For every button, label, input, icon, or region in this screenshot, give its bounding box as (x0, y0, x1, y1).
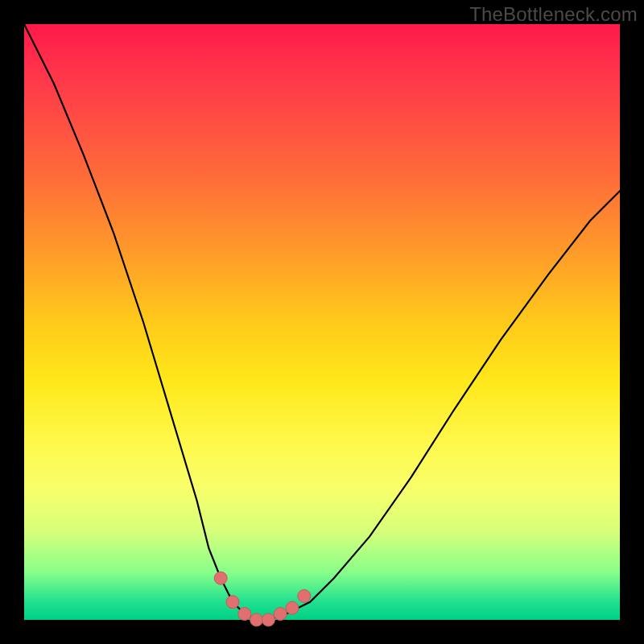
highlight-dots (214, 572, 311, 626)
highlight-dot (214, 572, 227, 584)
curve-layer (24, 24, 620, 620)
watermark-text: TheBottleneck.com (469, 3, 638, 26)
highlight-dot (262, 613, 275, 626)
highlight-dot (274, 608, 287, 621)
highlight-dot (226, 596, 239, 609)
highlight-dot (238, 608, 251, 621)
highlight-dot (250, 613, 263, 626)
bottleneck-curve (24, 24, 620, 620)
highlight-dot (286, 601, 299, 614)
highlight-dot (298, 589, 311, 602)
outer-frame: TheBottleneck.com (0, 0, 644, 644)
